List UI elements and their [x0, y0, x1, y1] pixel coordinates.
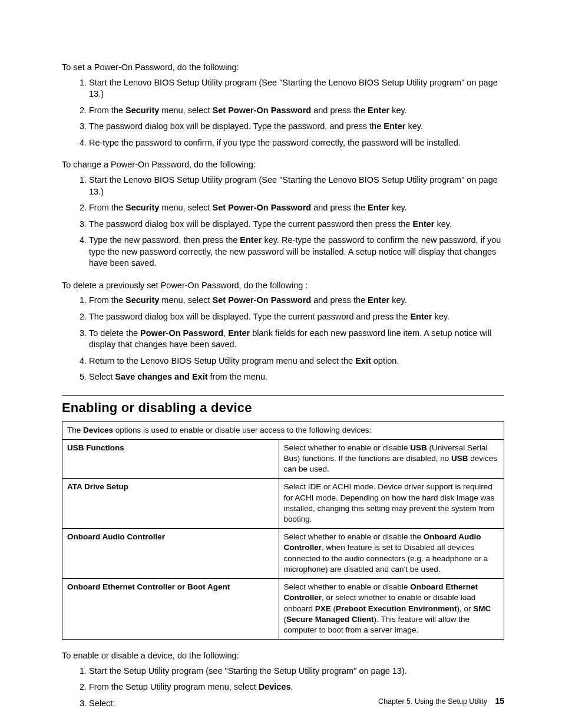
list-item: Re-type the password to confirm, if you …	[89, 137, 504, 149]
footer-chapter: Chapter 5. Using the Setup Utility	[378, 697, 487, 706]
table-row: USB FunctionsSelect whether to enable or…	[62, 439, 504, 479]
list-item: From the Security menu, select Set Power…	[89, 295, 504, 307]
list-item: The password dialog box will be displaye…	[89, 311, 504, 323]
device-option-desc: Select whether to enable or disable Onbo…	[279, 579, 504, 640]
table-row: Onboard Ethernet Controller or Boot Agen…	[62, 579, 504, 640]
devices-table: The Devices options is used to enable or…	[62, 421, 504, 640]
set-password-steps: Start the Lenovo BIOS Setup Utility prog…	[62, 77, 504, 149]
table-row: Onboard Audio ControllerSelect whether t…	[62, 529, 504, 579]
list-item: From the Setup Utility program menu, sel…	[89, 681, 504, 693]
list-item: From the Security menu, select Set Power…	[89, 105, 504, 117]
device-option-name: Onboard Ethernet Controller or Boot Agen…	[62, 579, 279, 640]
enable-disable-intro: To enable or disable a device, do the fo…	[62, 650, 504, 662]
delete-password-intro: To delete a previously set Power-On Pass…	[62, 280, 504, 292]
table-row: ATA Drive SetupSelect IDE or ACHI mode. …	[62, 479, 504, 529]
list-item: Return to the Lenovo BIOS Setup Utility …	[89, 355, 504, 367]
delete-password-steps: From the Security menu, select Set Power…	[62, 295, 504, 383]
devices-table-body: USB FunctionsSelect whether to enable or…	[62, 439, 504, 640]
device-option-name: USB Functions	[62, 439, 279, 479]
footer-page-number: 15	[495, 696, 504, 706]
device-option-desc: Select IDE or ACHI mode. Device driver s…	[279, 479, 504, 529]
set-password-intro: To set a Power-On Password, do the follo…	[62, 62, 504, 74]
page-footer: Chapter 5. Using the Setup Utility 15	[378, 696, 504, 707]
document-page: To set a Power-On Password, do the follo…	[0, 0, 562, 728]
list-item: Start the Lenovo BIOS Setup Utility prog…	[89, 174, 504, 197]
list-item: Select Save changes and Exit from the me…	[89, 371, 504, 383]
list-item: The password dialog box will be displaye…	[89, 121, 504, 133]
list-item: From the Security menu, select Set Power…	[89, 202, 504, 214]
section-rule	[62, 395, 504, 396]
list-item: The password dialog box will be displaye…	[89, 219, 504, 230]
list-item: To delete the Power-On Password, Enter b…	[89, 328, 504, 351]
devices-table-lead: The Devices options is used to enable or…	[62, 421, 504, 439]
section-heading-enabling-device: Enabling or disabling a device	[62, 399, 504, 417]
device-option-desc: Select whether to enable or disable USB …	[279, 439, 504, 479]
list-item: Start the Lenovo BIOS Setup Utility prog…	[89, 77, 504, 100]
device-option-name: Onboard Audio Controller	[62, 529, 279, 579]
change-password-intro: To change a Power-On Password, do the fo…	[62, 159, 504, 171]
list-item: Type the new password, then press the En…	[89, 235, 504, 269]
device-option-desc: Select whether to enable or disable the …	[279, 529, 504, 579]
change-password-steps: Start the Lenovo BIOS Setup Utility prog…	[62, 174, 504, 269]
list-item: Start the Setup Utility program (see "St…	[89, 666, 504, 677]
device-option-name: ATA Drive Setup	[62, 479, 279, 529]
